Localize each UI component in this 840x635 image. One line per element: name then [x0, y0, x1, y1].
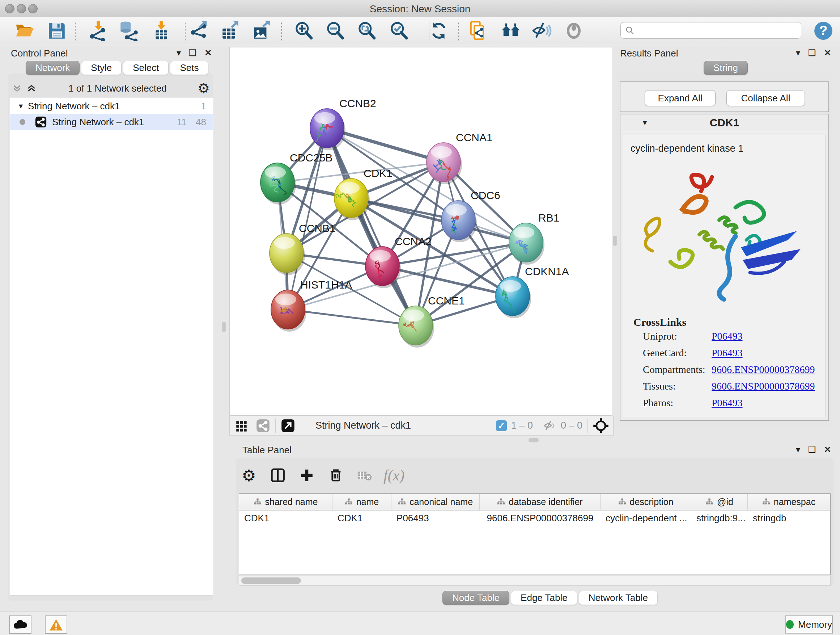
network-row[interactable]: String Network – cdk1 11 48 — [10, 114, 213, 130]
table-cell[interactable]: CDK1 — [332, 510, 392, 526]
table-cell[interactable]: stringdb — [748, 510, 830, 526]
collapse-triangle-icon[interactable]: ▾ — [19, 102, 23, 110]
column-header-@id[interactable]: @id — [691, 494, 748, 510]
tab-node-table[interactable]: Node Table — [442, 591, 509, 605]
network-graph[interactable]: CCNB2CCNA1CDC25BCDK1CDC6RB1CCNB1CCNA2CDK… — [230, 48, 612, 415]
open-session-button[interactable] — [13, 19, 36, 42]
warning-status-button[interactable] — [45, 616, 67, 634]
delete-table-icon[interactable] — [355, 465, 375, 486]
hidden-eye-slash-icon[interactable] — [543, 420, 557, 432]
network-node-RB1[interactable] — [509, 223, 545, 264]
network-node-CCNE1[interactable] — [399, 306, 434, 348]
export-table-button[interactable] — [219, 19, 242, 42]
tab-network[interactable]: Network — [26, 61, 80, 75]
tab-style[interactable]: Style — [81, 61, 122, 75]
fit-selected-crosshair-icon[interactable] — [593, 418, 609, 434]
detach-view-icon[interactable] — [281, 418, 295, 433]
export-image-button[interactable] — [250, 19, 273, 42]
network-edge-RB1-HIST1H1A[interactable] — [288, 242, 526, 310]
panel-float-menu-icon[interactable]: ▾ — [177, 49, 181, 57]
network-node-CDK1[interactable] — [334, 179, 370, 220]
memory-button[interactable]: Memory — [785, 616, 833, 633]
export-network-button[interactable] — [188, 19, 211, 42]
network-node-HIST1H1A[interactable] — [271, 290, 306, 332]
gene-header-row[interactable]: ▾ CDK1 — [621, 114, 829, 132]
help-button[interactable]: ? — [812, 19, 835, 42]
selected-checkbox-icon[interactable]: ✓ — [496, 420, 507, 431]
cloud-status-button[interactable] — [9, 616, 32, 634]
zoom-fit-button[interactable] — [355, 19, 378, 42]
show-columns-icon[interactable] — [268, 465, 288, 486]
tab-edge-table[interactable]: Edge Table — [511, 591, 577, 605]
import-network-button[interactable] — [87, 19, 110, 42]
table-cell[interactable]: cyclin-dependent ... — [600, 510, 691, 526]
crosslink-value-link[interactable]: P06493 — [712, 347, 743, 359]
zoom-out-button[interactable] — [324, 19, 347, 42]
crosslink-value-link[interactable]: P06493 — [712, 331, 743, 342]
search-input[interactable] — [635, 25, 797, 36]
expand-all-button[interactable]: Expand All — [645, 90, 715, 106]
network-edge-CCNB2-CCNE1[interactable] — [327, 128, 416, 325]
table-cell[interactable]: stringdb:9... — [691, 510, 748, 526]
grid-view-icon[interactable] — [235, 419, 248, 432]
network-node-CCNA2[interactable] — [365, 247, 401, 288]
panel-close-icon[interactable]: ✕ — [824, 445, 831, 454]
tab-string[interactable]: String — [704, 61, 748, 75]
save-session-button[interactable] — [45, 19, 68, 42]
column-header-canonical-name[interactable]: canonical name — [392, 494, 480, 510]
panel-float-icon[interactable]: ❑ — [808, 49, 816, 57]
import-table-button[interactable] — [150, 19, 173, 42]
scrollbar-thumb[interactable] — [241, 578, 301, 584]
network-options-gear-icon[interactable]: ⚙ — [197, 81, 210, 95]
column-header-name[interactable]: name — [332, 494, 392, 510]
zoom-in-button[interactable] — [292, 19, 316, 42]
network-node-CDKN1A[interactable] — [496, 277, 531, 318]
bottom-splitter-handle[interactable] — [529, 438, 538, 442]
search-field[interactable] — [621, 22, 801, 39]
table-cell[interactable]: 9606.ENSP00000378699 — [480, 510, 600, 526]
table-horizontal-scrollbar[interactable] — [239, 576, 831, 586]
birds-eye-view-icon[interactable] — [256, 418, 270, 433]
table-cell[interactable]: CDK1 — [239, 510, 332, 526]
panel-float-menu-icon[interactable]: ▾ — [796, 445, 800, 454]
column-header-description[interactable]: description — [600, 494, 691, 510]
collapse-all-icon[interactable] — [11, 83, 23, 94]
table-row[interactable]: CDK1CDK1P064939606.ENSP00000378699cyclin… — [239, 510, 830, 526]
import-network-from-database-button[interactable] — [117, 19, 140, 42]
network-node-CCNA1[interactable] — [426, 143, 462, 184]
hide-graphics-details-button[interactable] — [531, 19, 554, 42]
panel-float-menu-icon[interactable]: ▾ — [796, 49, 800, 57]
column-header-shared-name[interactable]: shared name — [239, 494, 332, 510]
refresh-view-button[interactable] — [427, 19, 450, 42]
tab-select[interactable]: Select — [123, 61, 169, 75]
zoom-selected-button[interactable] — [387, 19, 411, 42]
collapse-all-button[interactable]: Collapse All — [726, 90, 805, 106]
clone-network-button[interactable] — [467, 19, 490, 42]
column-header-database-identifier[interactable]: database identifier — [480, 494, 600, 510]
function-builder-button[interactable]: f(x) — [384, 467, 404, 484]
network-collection-row[interactable]: ▾ String Network – cdk1 1 — [10, 98, 213, 114]
table-cell[interactable]: P06493 — [392, 510, 480, 526]
right-splitter-handle[interactable] — [613, 236, 617, 246]
tab-sets[interactable]: Sets — [170, 61, 208, 75]
network-edge-CDK1-RB1[interactable] — [351, 198, 526, 242]
show-graphics-details-button[interactable] — [562, 19, 585, 42]
crosslink-value-link[interactable]: 9606.ENSP00000378699 — [712, 364, 815, 375]
network-node-CDC6[interactable] — [441, 201, 477, 242]
panel-close-icon[interactable]: ✕ — [205, 49, 212, 57]
table-settings-gear-icon[interactable]: ⚙ — [239, 465, 259, 486]
crosslink-value-link[interactable]: P06493 — [712, 397, 743, 409]
left-splitter-handle[interactable] — [222, 322, 226, 332]
network-node-CCNB2[interactable] — [310, 109, 346, 150]
delete-column-trash-icon[interactable] — [325, 465, 346, 486]
expand-all-icon[interactable] — [25, 83, 38, 94]
panel-close-icon[interactable]: ✕ — [824, 49, 831, 57]
network-canvas[interactable]: CCNB2CCNA1CDC25BCDK1CDC6RB1CCNB1CCNA2CDK… — [229, 47, 612, 416]
tab-network-table[interactable]: Network Table — [579, 591, 658, 605]
panel-float-icon[interactable]: ❑ — [189, 49, 197, 57]
string-home-button[interactable] — [499, 19, 523, 42]
crosslink-value-link[interactable]: 9606.ENSP00000378699 — [712, 380, 815, 392]
panel-float-icon[interactable]: ❑ — [808, 445, 816, 454]
network-node-CCNB1[interactable] — [270, 233, 305, 275]
create-column-plus-icon[interactable] — [297, 465, 317, 486]
